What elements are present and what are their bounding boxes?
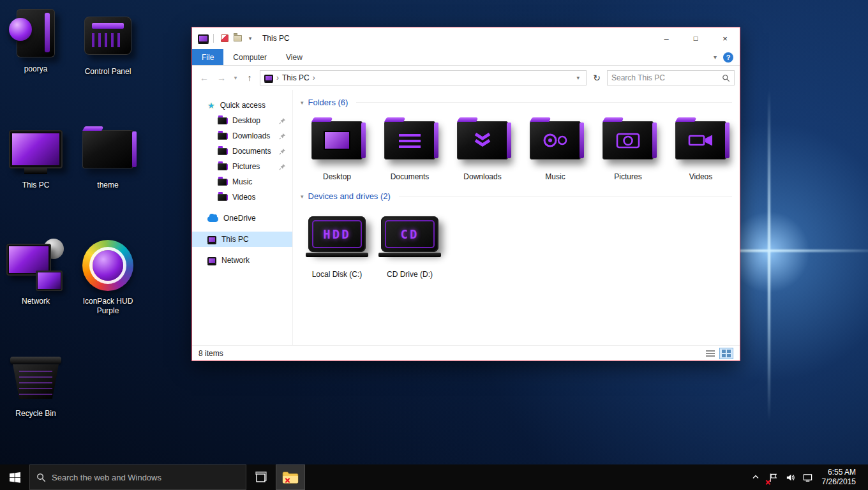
- action-center-flag-icon[interactable]: [765, 464, 782, 490]
- wallpaper-window-glow: [768, 89, 770, 421]
- taskbar-search-box[interactable]: [29, 464, 246, 490]
- task-view-button[interactable]: [246, 464, 276, 490]
- folder-tile-videos[interactable]: Videos: [664, 114, 737, 181]
- sidebar-item-documents[interactable]: Documents: [192, 144, 292, 159]
- qat-properties-icon[interactable]: [218, 32, 231, 45]
- address-bar[interactable]: › This PC › ▾: [260, 70, 587, 85]
- taskbar-clock[interactable]: 6:55 AM 7/26/2015: [816, 468, 864, 487]
- sidebar-item-label: Quick access: [220, 101, 266, 110]
- recent-locations-icon[interactable]: ▾: [232, 71, 239, 85]
- drive-badge: CD: [401, 227, 419, 241]
- tab-computer[interactable]: Computer: [223, 49, 276, 65]
- volume-icon[interactable]: [782, 464, 799, 490]
- desktop-icon-label: poorya: [2, 64, 70, 74]
- file-explorer-taskbar-button[interactable]: [276, 464, 305, 490]
- quick-access-star-icon: ★: [207, 101, 215, 110]
- control-panel-icon: [84, 17, 131, 55]
- large-icons-view-button[interactable]: [719, 348, 733, 359]
- maximize-button[interactable]: □: [681, 27, 710, 49]
- sidebar-item-onedrive[interactable]: OneDrive: [192, 211, 292, 226]
- tab-view[interactable]: View: [276, 49, 312, 65]
- sidebar-item-quick-access[interactable]: ★ Quick access: [192, 98, 292, 113]
- ribbon-tabs: File Computer View ▾ ?: [192, 49, 740, 66]
- app-icon: [198, 34, 209, 43]
- sidebar-item-label: OneDrive: [223, 214, 256, 223]
- folder-icon: [218, 179, 227, 186]
- explorer-window: ▾ This PC – □ × File Computer View ▾ ? ←…: [191, 27, 740, 361]
- sidebar-item-downloads[interactable]: Downloads: [192, 128, 292, 144]
- network-display-icon[interactable]: [799, 464, 816, 490]
- search-icon[interactable]: [722, 74, 730, 82]
- sidebar-item-desktop[interactable]: Desktop: [192, 113, 292, 128]
- desktop-icon-network[interactable]: Network: [2, 237, 70, 306]
- help-icon[interactable]: ?: [723, 52, 733, 63]
- qat-customize-dropdown-icon[interactable]: ▾: [244, 32, 257, 45]
- group-header-devices[interactable]: ▾ Devices and drives (2): [301, 191, 737, 201]
- up-button[interactable]: ↑: [243, 71, 257, 85]
- qat-new-folder-icon[interactable]: [231, 32, 244, 45]
- details-view-button[interactable]: [703, 348, 717, 359]
- drive-tile-local-disk-c[interactable]: HDD Local Disk (C:): [301, 207, 373, 279]
- sidebar-item-label: Documents: [232, 147, 271, 156]
- sidebar-item-label: Downloads: [232, 131, 270, 140]
- desktop-icon-label: This PC: [2, 181, 70, 190]
- alert-badge: [765, 479, 771, 485]
- navigation-pane: ★ Quick access Desktop Downloads: [192, 90, 293, 345]
- tab-file[interactable]: File: [192, 49, 223, 65]
- tile-label: Pictures: [592, 172, 664, 181]
- desktop-icon-theme[interactable]: theme: [74, 121, 142, 190]
- system-tray: 6:55 AM 7/26/2015: [747, 464, 868, 490]
- sidebar-item-music[interactable]: Music: [192, 174, 292, 189]
- folder-tile-downloads[interactable]: Downloads: [446, 114, 519, 181]
- windows-logo-icon: [10, 472, 20, 483]
- sidebar-item-pictures[interactable]: Pictures: [192, 159, 292, 174]
- back-button[interactable]: ←: [197, 71, 211, 85]
- folder-icon: [218, 194, 227, 201]
- tile-label: Downloads: [446, 172, 519, 181]
- sidebar-item-label: Network: [221, 256, 250, 265]
- onedrive-cloud-icon: [207, 216, 218, 222]
- refresh-button[interactable]: ↻: [590, 71, 604, 85]
- explorer-search-box[interactable]: [607, 70, 735, 85]
- forward-button[interactable]: →: [214, 71, 228, 85]
- taskbar: 6:55 AM 7/26/2015: [0, 464, 868, 490]
- cd-drive-icon: CD: [381, 216, 438, 252]
- folder-tile-desktop[interactable]: Desktop: [301, 114, 373, 181]
- desktop-icon-label: IconPack HUD Purple: [74, 297, 142, 316]
- status-bar: 8 items: [192, 345, 740, 360]
- title-bar: ▾ This PC – □ ×: [192, 27, 740, 49]
- ribbon-expand-icon[interactable]: ▾: [714, 54, 717, 61]
- breadcrumb-this-pc[interactable]: This PC: [282, 73, 310, 82]
- folder-tile-documents[interactable]: Documents: [373, 114, 446, 181]
- desktop-icon-this-pc[interactable]: This PC: [2, 121, 70, 190]
- music-folder-icon: [530, 121, 581, 160]
- drive-badge: HDD: [323, 227, 350, 241]
- tray-expand-icon[interactable]: [747, 464, 765, 490]
- sidebar-item-videos[interactable]: Videos: [192, 189, 292, 205]
- folder-tile-pictures[interactable]: Pictures: [592, 114, 664, 181]
- pin-icon: [279, 163, 286, 170]
- chevron-down-icon: ▾: [301, 100, 304, 106]
- minimize-button[interactable]: –: [652, 27, 681, 49]
- this-pc-icon: [207, 236, 216, 243]
- breadcrumb-separator: ›: [313, 73, 315, 82]
- item-count: 8 items: [198, 349, 223, 358]
- explorer-search-input[interactable]: [611, 73, 722, 82]
- sidebar-item-network[interactable]: Network: [192, 253, 292, 268]
- desktop-icon-poorya[interactable]: poorya: [2, 5, 70, 74]
- clock-time: 6:55 AM: [828, 468, 856, 477]
- address-dropdown-icon[interactable]: ▾: [574, 75, 582, 81]
- desktop-icon-control-panel[interactable]: Control Panel: [74, 8, 142, 77]
- taskbar-search-input[interactable]: [52, 473, 239, 482]
- start-button[interactable]: [0, 464, 29, 490]
- sidebar-item-this-pc[interactable]: This PC: [192, 232, 292, 247]
- drive-tile-cd-drive-d[interactable]: CD CD Drive (D:): [373, 207, 446, 279]
- location-icon: [264, 75, 273, 82]
- folder-tile-music[interactable]: Music: [519, 114, 592, 181]
- desktop-icon-iconpack[interactable]: IconPack HUD Purple: [74, 237, 142, 316]
- close-button[interactable]: ×: [710, 27, 740, 49]
- this-pc-icon: [9, 130, 63, 168]
- videos-folder-icon: [675, 121, 726, 160]
- group-header-folders[interactable]: ▾ Folders (6): [301, 98, 737, 107]
- desktop-icon-recycle-bin[interactable]: Recycle Bin: [2, 350, 70, 419]
